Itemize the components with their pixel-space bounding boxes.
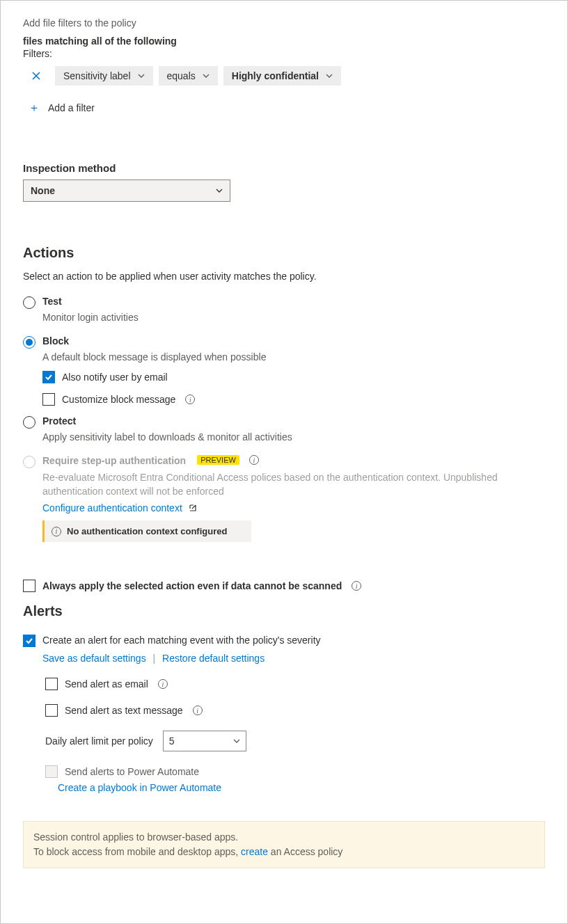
configure-auth-context-link[interactable]: Configure authentication context bbox=[42, 502, 182, 513]
preview-badge: PREVIEW bbox=[197, 455, 239, 465]
daily-limit-value: 5 bbox=[169, 735, 175, 747]
close-icon bbox=[32, 72, 40, 80]
radio-test[interactable] bbox=[23, 296, 36, 309]
radio-block-label: Block bbox=[42, 335, 69, 346]
checkbox-create-alert-label: Create an alert for each matching event … bbox=[42, 635, 321, 646]
chevron-down-icon bbox=[203, 72, 210, 79]
chevron-down-icon bbox=[216, 187, 223, 194]
checkbox-power-automate-label: Send alerts to Power Automate bbox=[65, 766, 199, 777]
checkbox-notify-email[interactable] bbox=[42, 371, 55, 383]
checkmark-icon bbox=[45, 373, 53, 381]
checkmark-icon bbox=[25, 637, 33, 645]
info-icon[interactable]: i bbox=[185, 395, 195, 404]
filter-row: Sensitivity label equals Highly confiden… bbox=[23, 66, 545, 86]
actions-desc: Select an action to be applied when user… bbox=[23, 271, 545, 282]
radio-stepup-label: Require step-up authentication bbox=[42, 455, 186, 466]
auth-context-warning-text: No authentication context configured bbox=[67, 526, 227, 536]
restore-default-link[interactable]: Restore default settings bbox=[162, 653, 265, 664]
radio-block-sub: A default block message is displayed whe… bbox=[42, 351, 545, 363]
radio-stepup-desc: Re-evaluate Microsoft Entra Conditional … bbox=[42, 471, 545, 498]
info-icon[interactable]: i bbox=[352, 581, 361, 591]
plus-icon: ＋ bbox=[29, 102, 40, 113]
filter-field-label: Sensitivity label bbox=[63, 70, 131, 81]
radio-protect-label: Protect bbox=[42, 415, 76, 427]
save-default-link[interactable]: Save as default settings bbox=[42, 653, 146, 664]
matching-header: files matching all of the following bbox=[23, 35, 545, 47]
footer-create-link[interactable]: create bbox=[241, 846, 268, 857]
divider: | bbox=[153, 653, 156, 664]
footer-line1: Session control applies to browser-based… bbox=[33, 830, 535, 845]
info-icon[interactable]: i bbox=[193, 706, 203, 715]
alerts-heading: Alerts bbox=[23, 603, 545, 619]
radio-test-label: Test bbox=[42, 296, 62, 307]
add-filter-button[interactable]: ＋ Add a filter bbox=[29, 102, 545, 113]
filter-operator-select[interactable]: equals bbox=[159, 66, 218, 86]
radio-block[interactable] bbox=[23, 336, 36, 349]
footer-note: Session control applies to browser-based… bbox=[23, 821, 545, 868]
radio-test-sub: Monitor login activities bbox=[42, 312, 545, 323]
checkbox-send-email-label: Send alert as email bbox=[65, 678, 148, 690]
checkbox-create-alert[interactable] bbox=[23, 635, 36, 647]
checkbox-send-text[interactable] bbox=[45, 704, 58, 717]
radio-protect[interactable] bbox=[23, 416, 36, 429]
filter-value-label: Highly confidential bbox=[232, 70, 319, 81]
footer-line2a: To block access from mobile and desktop … bbox=[33, 846, 241, 857]
footer-line2b: an Access policy bbox=[268, 846, 342, 857]
info-icon: i bbox=[52, 527, 61, 536]
auth-context-warning: i No authentication context configured bbox=[42, 520, 251, 542]
checkbox-customize-message-label: Customize block message bbox=[62, 394, 175, 405]
filters-label: Filters: bbox=[23, 48, 545, 59]
daily-limit-select[interactable]: 5 bbox=[163, 731, 246, 751]
chevron-down-icon bbox=[326, 72, 333, 79]
actions-heading: Actions bbox=[23, 245, 545, 261]
create-playbook-link[interactable]: Create a playbook in Power Automate bbox=[58, 782, 221, 793]
chevron-down-icon bbox=[233, 738, 240, 744]
info-icon[interactable]: i bbox=[249, 455, 259, 465]
checkbox-always-apply[interactable] bbox=[23, 580, 36, 592]
checkbox-customize-message[interactable] bbox=[42, 393, 55, 406]
filter-value-select[interactable]: Highly confidential bbox=[223, 66, 341, 86]
checkbox-always-apply-label: Always apply the selected action even if… bbox=[42, 580, 342, 591]
info-icon[interactable]: i bbox=[158, 679, 168, 689]
intro-text: Add file filters to the policy bbox=[23, 17, 545, 29]
radio-stepup bbox=[23, 456, 36, 468]
daily-limit-label: Daily alert limit per policy bbox=[45, 735, 153, 747]
checkbox-send-text-label: Send alert as text message bbox=[65, 705, 183, 716]
remove-filter-button[interactable] bbox=[27, 67, 45, 85]
checkbox-power-automate bbox=[45, 765, 58, 778]
external-link-icon bbox=[188, 503, 198, 513]
inspection-method-select[interactable]: None bbox=[23, 180, 230, 202]
filter-field-select[interactable]: Sensitivity label bbox=[55, 66, 153, 86]
chevron-down-icon bbox=[138, 72, 145, 79]
checkbox-send-email[interactable] bbox=[45, 678, 58, 690]
inspection-method-value: None bbox=[31, 185, 55, 196]
radio-protect-sub: Apply sensitivity label to downloads & m… bbox=[42, 431, 545, 443]
checkbox-notify-email-label: Also notify user by email bbox=[62, 372, 168, 383]
add-filter-label: Add a filter bbox=[48, 102, 95, 113]
inspection-method-label: Inspection method bbox=[23, 162, 545, 174]
filter-operator-label: equals bbox=[167, 70, 196, 81]
